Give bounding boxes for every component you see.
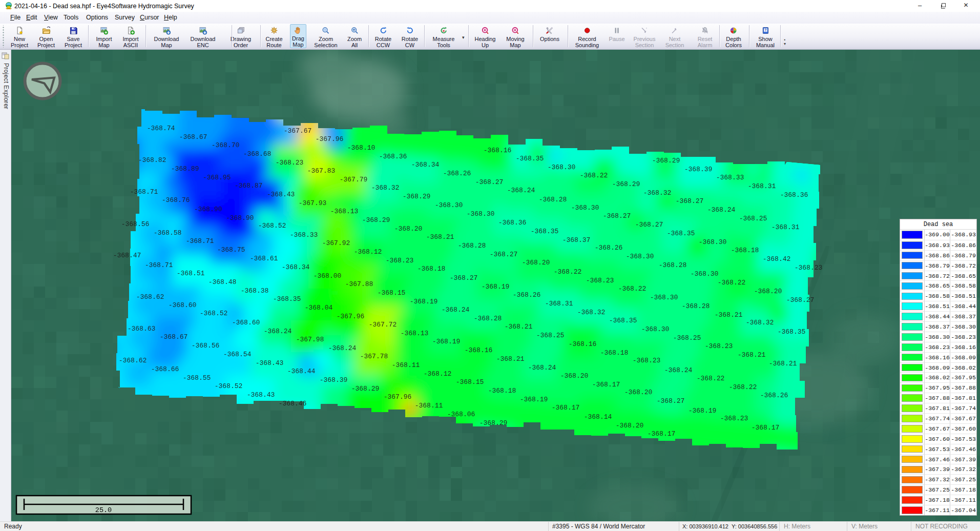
svg-text:-368.25: -368.25 <box>536 332 565 339</box>
svg-text:-368.25: -368.25 <box>673 334 701 342</box>
svg-text:-368.67: -368.67 <box>160 333 188 341</box>
svg-text:-368.18: -368.18 <box>600 349 629 357</box>
svg-text:-368.36: -368.36 <box>498 219 527 227</box>
svg-text:-368.24: -368.24 <box>507 187 535 194</box>
svg-text:-368.19: -368.19 <box>520 396 548 403</box>
svg-text:-368.38: -368.38 <box>241 287 269 295</box>
svg-text:-368.33: -368.33 <box>290 231 318 239</box>
svg-text:-368.22: -368.22 <box>729 383 757 391</box>
svg-text:-368.90: -368.90 <box>194 206 222 213</box>
svg-text:-368.90: -368.90 <box>226 214 254 222</box>
svg-text:-368.35: -368.35 <box>609 317 637 324</box>
svg-text:-368.21: -368.21 <box>738 351 766 359</box>
svg-text:-368.30: -368.30 <box>571 204 599 212</box>
svg-text:-367.96: -367.96 <box>384 393 412 401</box>
svg-text:-368.26: -368.26 <box>513 291 541 299</box>
svg-text:-368.42: -368.42 <box>763 255 791 263</box>
svg-text:-368.06: -368.06 <box>447 411 475 418</box>
svg-text:-368.32: -368.32 <box>371 184 400 192</box>
svg-text:-368.22: -368.22 <box>580 172 608 179</box>
svg-text:-368.30: -368.30 <box>626 253 654 260</box>
svg-text:-368.00: -368.00 <box>314 272 342 280</box>
svg-text:-368.15: -368.15 <box>456 378 484 386</box>
svg-text:-368.12: -368.12 <box>354 248 382 256</box>
svg-text:-368.29: -368.29 <box>362 216 390 224</box>
svg-text:-368.31: -368.31 <box>772 223 800 231</box>
svg-text:-367.92: -367.92 <box>322 239 350 247</box>
svg-text:-368.62: -368.62 <box>136 293 164 301</box>
svg-text:-368.28: -368.28 <box>539 196 567 203</box>
svg-text:-368.27: -368.27 <box>450 274 478 282</box>
svg-text:-368.11: -368.11 <box>392 361 420 369</box>
svg-text:-368.68: -368.68 <box>243 150 272 158</box>
svg-text:-368.43: -368.43 <box>247 391 275 399</box>
svg-text:-368.22: -368.22 <box>718 279 746 287</box>
svg-text:-368.23: -368.23 <box>795 264 823 272</box>
svg-text:-368.21: -368.21 <box>769 360 797 367</box>
svg-text:-368.16: -368.16 <box>484 147 512 154</box>
svg-text:-368.20: -368.20 <box>616 422 644 430</box>
svg-text:-368.19: -368.19 <box>689 407 717 415</box>
svg-text:-368.27: -368.27 <box>676 197 704 205</box>
svg-text:-368.39: -368.39 <box>320 376 348 384</box>
svg-text:-368.22: -368.22 <box>618 285 647 293</box>
svg-text:-368.67: -368.67 <box>179 133 207 141</box>
svg-text:-368.19: -368.19 <box>410 298 438 305</box>
svg-text:-368.30: -368.30 <box>435 201 463 209</box>
svg-text:-368.17: -368.17 <box>552 404 580 412</box>
svg-text:-368.55: -368.55 <box>183 374 211 382</box>
svg-text:-368.16: -368.16 <box>465 346 493 354</box>
svg-text:-368.17: -368.17 <box>752 424 780 432</box>
svg-text:-368.44: -368.44 <box>287 367 316 375</box>
svg-text:-367.98: -367.98 <box>296 336 324 343</box>
svg-text:-368.76: -368.76 <box>162 196 190 204</box>
svg-text:-368.34: -368.34 <box>411 161 440 169</box>
svg-text:-368.56: -368.56 <box>121 220 150 228</box>
svg-text:-368.27: -368.27 <box>786 296 815 304</box>
svg-text:-368.27: -368.27 <box>603 212 631 220</box>
svg-text:-368.28: -368.28 <box>659 261 687 269</box>
svg-text:-368.31: -368.31 <box>545 300 573 308</box>
svg-text:-368.23: -368.23 <box>720 415 748 422</box>
svg-text:-368.27: -368.27 <box>657 397 685 405</box>
svg-text:-368.39: -368.39 <box>684 166 713 173</box>
svg-text:-368.54: -368.54 <box>223 351 252 358</box>
svg-text:-368.63: -368.63 <box>128 325 156 333</box>
svg-text:-368.36: -368.36 <box>379 153 407 160</box>
svg-text:-368.32: -368.32 <box>577 309 606 316</box>
svg-text:-368.35: -368.35 <box>778 328 806 336</box>
svg-text:-368.29: -368.29 <box>479 419 508 427</box>
svg-text:-368.24: -368.24 <box>528 364 556 372</box>
svg-text:-368.14: -368.14 <box>584 413 612 421</box>
svg-text:-368.19: -368.19 <box>482 283 510 291</box>
svg-text:-368.30: -368.30 <box>548 164 576 171</box>
svg-text:-368.70: -368.70 <box>212 141 240 149</box>
svg-text:-368.56: -368.56 <box>192 342 220 350</box>
svg-text:-368.23: -368.23 <box>633 357 661 364</box>
svg-text:-368.35: -368.35 <box>667 230 695 237</box>
svg-text:-367.67: -367.67 <box>284 127 312 135</box>
svg-text:-368.30: -368.30 <box>650 294 678 301</box>
svg-text:-368.21: -368.21 <box>505 323 533 331</box>
svg-text:-368.34: -368.34 <box>282 263 310 271</box>
svg-text:-368.74: -368.74 <box>147 125 175 132</box>
svg-text:-368.89: -368.89 <box>171 165 199 173</box>
svg-text:-368.26: -368.26 <box>595 244 623 252</box>
svg-text:-368.12: -368.12 <box>424 370 452 378</box>
svg-text:-368.17: -368.17 <box>592 381 620 389</box>
svg-text:-368.43: -368.43 <box>267 191 295 198</box>
svg-text:-368.31: -368.31 <box>748 182 776 190</box>
svg-text:-368.27: -368.27 <box>490 251 518 258</box>
svg-text:-368.29: -368.29 <box>351 385 380 393</box>
svg-text:-368.71: -368.71 <box>186 237 214 245</box>
svg-text:-368.24: -368.24 <box>264 328 292 335</box>
svg-text:-368.28: -368.28 <box>474 315 502 322</box>
svg-text:-368.29: -368.29 <box>403 193 431 200</box>
svg-text:-368.29: -368.29 <box>612 180 640 188</box>
svg-text:-368.58: -368.58 <box>154 229 182 237</box>
svg-text:-367.93: -367.93 <box>299 199 327 207</box>
svg-text:-368.28: -368.28 <box>458 242 486 250</box>
svg-text:-368.23: -368.23 <box>276 159 304 167</box>
svg-text:-368.75: -368.75 <box>217 246 245 254</box>
svg-text:-367.88: -367.88 <box>345 280 373 288</box>
